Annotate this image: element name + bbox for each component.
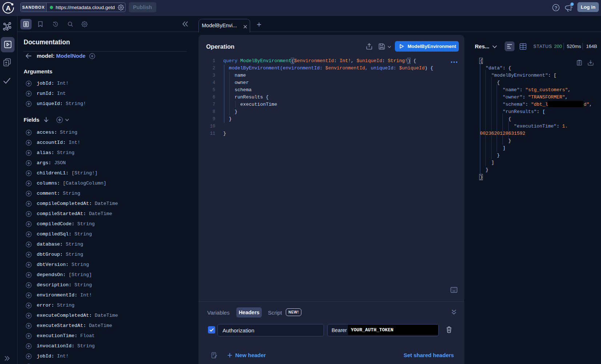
svg-text:A: A [6,4,11,12]
svg-text:?: ? [554,5,557,11]
